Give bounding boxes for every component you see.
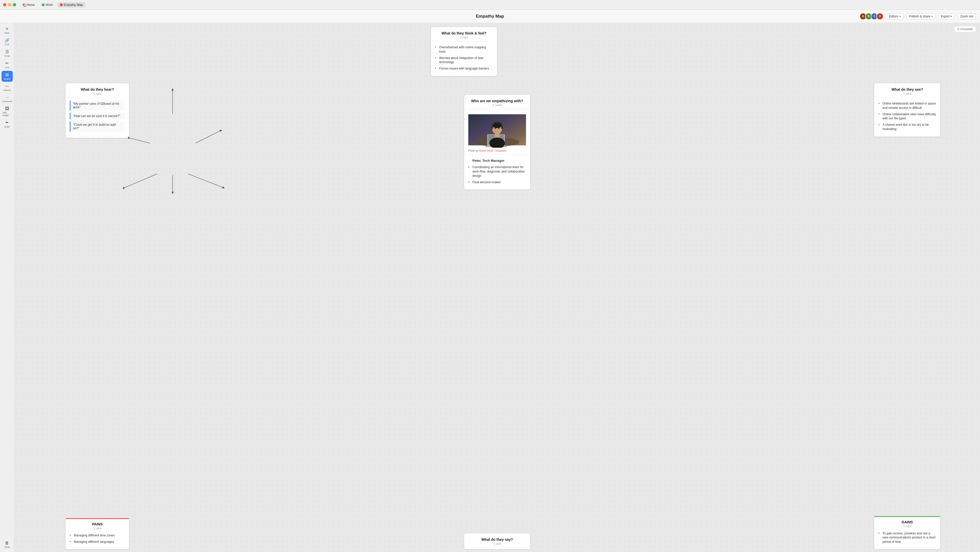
- photo-source-link[interactable]: Unsplash: [495, 149, 506, 152]
- svg-point-19: [498, 128, 500, 129]
- pains-bullet-0: Managing different time zones: [70, 532, 125, 539]
- zoom-label: Zoom out: [960, 14, 973, 18]
- svg-point-18: [495, 128, 496, 129]
- avatar-4: D: [876, 13, 883, 20]
- tab-work[interactable]: Work: [39, 2, 56, 7]
- maximize-button[interactable]: [13, 3, 16, 6]
- editors-chevron-icon: ▾: [900, 15, 901, 18]
- think-feel-bullets: Overwhelmed with online mapping tools Wo…: [435, 44, 493, 72]
- sidebar-item-board[interactable]: ⊞ Board: [2, 71, 13, 82]
- who-card: Who are we empathizing with? 2 cards: [464, 94, 530, 190]
- say-title: What do they say?: [468, 538, 526, 541]
- comment-icon: ···: [5, 95, 9, 100]
- who-person-divider: [464, 155, 530, 155]
- say-count: 1 card: [468, 542, 526, 545]
- image-icon: 🖼: [5, 106, 9, 111]
- person-photo-svg: [468, 112, 526, 148]
- publish-share-button[interactable]: Publish & share ▾: [906, 13, 935, 19]
- see-count: 1 card: [878, 92, 936, 95]
- see-bullets: Online whiteboards are limited in space …: [878, 101, 936, 132]
- board-icon: ⊞: [5, 72, 9, 77]
- column-icon: —: [5, 84, 9, 88]
- editors-label: Editors: [889, 14, 898, 18]
- sidebar-item-line[interactable]: ✏ Line: [2, 59, 13, 70]
- svg-line-3: [196, 130, 221, 143]
- canvas-area[interactable]: 0 Unsorted: [14, 23, 980, 552]
- sidebar-item-comment[interactable]: ··· Comment: [2, 94, 13, 104]
- sidebar-item-note[interactable]: ≡ Note: [2, 25, 13, 36]
- gains-count: 1 card: [878, 525, 936, 528]
- see-bullet-0: Online whiteboards are limited in space …: [878, 101, 936, 111]
- sidebar-trash-label: Trash: [4, 546, 10, 549]
- export-button[interactable]: Export ▾: [938, 13, 955, 19]
- who-person-bullet-0: Coordinating an international team for w…: [468, 164, 526, 179]
- photo-author-link[interactable]: Austin Distel: [479, 149, 493, 152]
- sidebar-item-todo[interactable]: ☰ To-do: [2, 48, 13, 59]
- draw-icon: ✒: [5, 120, 9, 125]
- gains-bullet-0: To gain access, prowess and use a new co…: [878, 530, 936, 545]
- hear-count: 1 card: [70, 92, 125, 95]
- sidebar-item-trash[interactable]: 🗑 Trash: [3, 539, 11, 550]
- tab-home[interactable]: 🏠 Home: [20, 2, 37, 7]
- see-divider: [874, 97, 940, 98]
- unsorted-badge: 0 Unsorted: [954, 26, 976, 32]
- work-color-dot: [42, 3, 45, 6]
- pains-count: 1 card: [70, 527, 125, 530]
- pains-bullets: Managing different time zones Managing d…: [70, 532, 125, 545]
- sidebar-item-column[interactable]: — Column: [2, 82, 13, 93]
- hear-title: What do they hear?: [70, 88, 125, 91]
- sidebar-todo-label: To-do: [4, 55, 10, 57]
- editors-button[interactable]: Editors ▾: [886, 13, 904, 19]
- sidebar-item-draw[interactable]: ✒ Draw: [2, 118, 13, 129]
- sidebar-item-image[interactable]: 🖼 Add image: [2, 105, 13, 118]
- who-count: 2 cards: [468, 104, 526, 107]
- svg-line-5: [188, 174, 224, 188]
- link-icon: 🔗: [5, 38, 10, 43]
- publish-label: Publish & share: [909, 14, 931, 18]
- sidebar-link-label: Link: [5, 43, 9, 46]
- hear-divider: [65, 97, 129, 98]
- sidebar-image-label: Add image: [3, 112, 12, 116]
- think-feel-bullet-1: Worried about integration of new technol…: [435, 55, 493, 66]
- tab-home-label: Home: [27, 3, 35, 6]
- who-person-name: Peter, Tech Manager: [468, 158, 526, 164]
- todo-icon: ☰: [5, 49, 9, 54]
- tab-empathy-map[interactable]: Empathy Map: [57, 2, 85, 7]
- person-image: [468, 112, 526, 148]
- who-person-bullets: Peter, Tech Manager Coordinating an inte…: [468, 158, 526, 185]
- pains-bullet-1: Managing different languages: [70, 539, 125, 545]
- sidebar-draw-label: Draw: [4, 126, 10, 128]
- minimize-button[interactable]: [8, 3, 11, 6]
- avatar-group: A B C D: [859, 13, 883, 20]
- zoom-out-button[interactable]: Zoom out: [957, 13, 976, 19]
- main-layout: ≡ Note 🔗 Link ☰ To-do ✏ Line ⊞ Board — C…: [0, 23, 980, 552]
- svg-line-4: [124, 174, 157, 188]
- think-feel-count: 1 card: [435, 36, 493, 39]
- empathy-color-dot: [60, 3, 62, 6]
- pains-title: PAINS: [70, 522, 125, 526]
- hear-quote-2: "Could we get It to build an add-on?": [70, 121, 125, 132]
- who-person-bullet-1: Final decision-maker: [468, 179, 526, 185]
- svg-rect-16: [501, 126, 503, 129]
- say-card: What do they say? 1 card: [464, 533, 530, 549]
- tab-work-label: Work: [46, 3, 53, 6]
- svg-line-2: [129, 138, 150, 143]
- see-bullet-1: Online collaborative sites have difficul…: [878, 111, 936, 122]
- svg-rect-17: [495, 134, 500, 137]
- traffic-lights: [3, 3, 16, 6]
- tab-empathy-label: Empathy Map: [64, 3, 83, 6]
- export-chevron-icon: ▾: [951, 15, 952, 18]
- hear-quote-0: "My partner uses XYZBoard at his work": [70, 101, 125, 111]
- gains-title: GAINS: [878, 520, 936, 524]
- home-icon: 🏠: [23, 3, 25, 6]
- sidebar: ≡ Note 🔗 Link ☰ To-do ✏ Line ⊞ Board — C…: [0, 23, 14, 552]
- title-bar: 🏠 Home Work Empathy Map: [0, 0, 980, 10]
- sidebar-note-label: Note: [5, 32, 10, 34]
- sidebar-item-link[interactable]: 🔗 Link: [2, 36, 13, 47]
- think-feel-title: What do they think & feel?: [435, 31, 493, 35]
- who-title: Who are we empathizing with?: [468, 99, 526, 103]
- svg-rect-15: [491, 126, 493, 129]
- sidebar-comment-label: Comment: [2, 100, 12, 103]
- close-button[interactable]: [3, 3, 6, 6]
- hear-card: What do they hear? 1 card "My partner us…: [65, 83, 129, 138]
